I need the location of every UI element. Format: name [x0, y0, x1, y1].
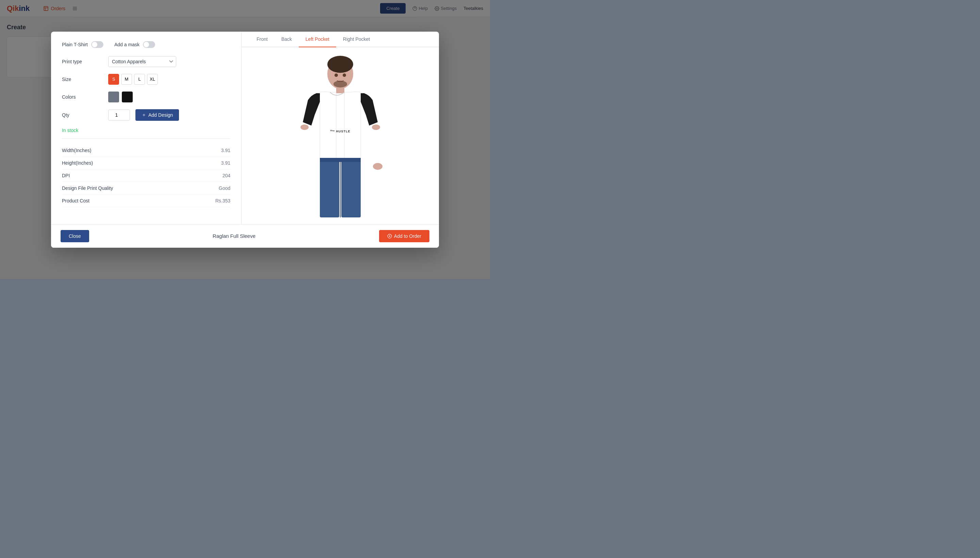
plain-tshirt-toggle[interactable] [91, 41, 103, 48]
product-image-svg: ᵀʰᵉ HUSTLE [286, 54, 395, 217]
spec-width-key: Width(Inches) [62, 148, 91, 153]
size-label: Size [62, 77, 103, 82]
add-mask-label: Add a mask [114, 42, 140, 47]
tabs-bar: Front Back Left Pocket Right Pocket [241, 32, 439, 47]
qty-row: Qty ＋ Add Design [62, 109, 230, 121]
size-btn-s[interactable]: S [108, 74, 119, 85]
spec-height: Height(Inches) 3.91 [62, 157, 230, 169]
spec-cost-key: Product Cost [62, 198, 90, 204]
tab-left-pocket[interactable]: Left Pocket [299, 32, 336, 47]
svg-point-17 [333, 80, 347, 87]
qty-input[interactable] [108, 110, 130, 120]
svg-point-15 [335, 74, 338, 77]
color-swatch-gray[interactable] [108, 92, 119, 102]
add-to-order-label: Add to Order [394, 233, 421, 239]
color-swatches-group [108, 92, 133, 102]
modal-body: Plain T-Shirt Add a mask Print type Cott… [51, 32, 439, 224]
spec-cost-val: Rs.353 [215, 198, 230, 204]
size-row: Size S M L XL [62, 74, 230, 85]
print-type-row: Print type Cotton Apparels Polyester Ble… [62, 56, 230, 67]
toggle-options-row: Plain T-Shirt Add a mask [62, 41, 230, 48]
svg-text:ᵀʰᵉ HUSTLE: ᵀʰᵉ HUSTLE [330, 130, 350, 133]
svg-point-16 [343, 74, 346, 77]
svg-point-18 [300, 125, 309, 130]
svg-point-19 [372, 125, 380, 130]
tab-back[interactable]: Back [274, 32, 299, 47]
colors-row: Colors [62, 92, 230, 102]
colors-label: Colors [62, 94, 103, 100]
size-btn-xl[interactable]: XL [147, 74, 158, 85]
print-type-select[interactable]: Cotton Apparels Polyester Blended [108, 56, 176, 67]
spec-dpi: DPI 204 [62, 169, 230, 182]
spec-dpi-key: DPI [62, 173, 70, 178]
add-mask-toggle[interactable] [143, 41, 155, 48]
svg-rect-11 [320, 158, 339, 217]
spec-quality-val: Good [219, 185, 230, 191]
product-name-footer: Raglan Full Sleeve [213, 233, 256, 239]
svg-point-20 [373, 163, 382, 170]
divider [62, 138, 230, 139]
left-panel: Plain T-Shirt Add a mask Print type Cott… [51, 32, 241, 224]
spec-quality: Design File Print Quality Good [62, 182, 230, 195]
tab-right-pocket[interactable]: Right Pocket [336, 32, 377, 47]
plain-tshirt-label: Plain T-Shirt [62, 42, 88, 47]
color-swatch-black[interactable] [122, 92, 133, 102]
modal-overlay: Plain T-Shirt Add a mask Print type Cott… [0, 0, 490, 279]
add-design-label: Add Design [148, 112, 173, 118]
spec-width: Width(Inches) 3.91 [62, 144, 230, 157]
close-button[interactable]: Close [61, 230, 89, 242]
plus-icon: ＋ [141, 112, 146, 118]
add-to-order-button[interactable]: Add to Order [379, 230, 429, 242]
plain-tshirt-toggle-group: Plain T-Shirt [62, 41, 103, 48]
size-btn-l[interactable]: L [134, 74, 145, 85]
right-panel: Front Back Left Pocket Right Pocket [241, 32, 439, 224]
spec-width-val: 3.91 [221, 148, 230, 153]
size-btn-m[interactable]: M [121, 74, 132, 85]
product-image-area: ᵀʰᵉ HUSTLE [241, 47, 439, 224]
add-mask-toggle-group: Add a mask [114, 41, 155, 48]
svg-rect-14 [320, 158, 361, 162]
svg-point-8 [327, 56, 353, 73]
add-to-order-icon [387, 234, 392, 238]
spec-cost: Product Cost Rs.353 [62, 195, 230, 207]
specs-table: Width(Inches) 3.91 Height(Inches) 3.91 D… [62, 144, 230, 207]
tab-front[interactable]: Front [250, 32, 274, 47]
spec-dpi-val: 204 [223, 173, 230, 178]
qty-label: Qty [62, 112, 103, 118]
size-buttons-group: S M L XL [108, 74, 158, 85]
add-design-button[interactable]: ＋ Add Design [135, 109, 179, 121]
in-stock-label: In stock [62, 128, 230, 133]
spec-quality-key: Design File Print Quality [62, 185, 113, 191]
print-type-label: Print type [62, 59, 103, 64]
product-modal: Plain T-Shirt Add a mask Print type Cott… [51, 32, 439, 248]
svg-rect-12 [341, 158, 361, 217]
spec-height-key: Height(Inches) [62, 160, 93, 166]
modal-footer: Close Raglan Full Sleeve Add to Order [51, 224, 439, 248]
spec-height-val: 3.91 [221, 160, 230, 166]
